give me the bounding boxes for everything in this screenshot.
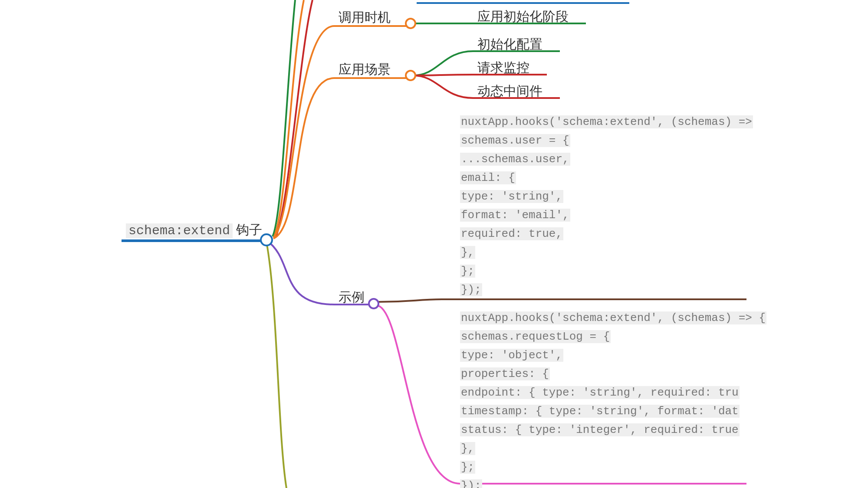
leaf-timing-1[interactable]: 应用初始化阶段 (477, 8, 569, 26)
svg-point-0 (261, 234, 272, 246)
node-timing[interactable]: 调用时机 (339, 9, 391, 26)
root-code: schema:extend (126, 223, 233, 238)
svg-point-1 (406, 19, 415, 28)
node-scenarios[interactable]: 应用场景 (339, 61, 391, 79)
svg-point-2 (406, 71, 415, 80)
code-example-2: nuxtApp.hooks('schema:extend', (schemas)… (460, 309, 766, 488)
leaf-scen-2[interactable]: 请求监控 (477, 59, 529, 77)
svg-point-3 (369, 299, 378, 308)
leaf-scen-1[interactable]: 初始化配置 (477, 36, 542, 53)
code-example-1: nuxtApp.hooks('schema:extend', (schemas)… (460, 113, 753, 299)
root-suffix: 钩子 (233, 223, 262, 237)
leaf-scen-3[interactable]: 动态中间件 (477, 82, 542, 100)
root-node[interactable]: schema:extend 钩子 (126, 221, 262, 239)
node-examples[interactable]: 示例 (339, 288, 365, 306)
